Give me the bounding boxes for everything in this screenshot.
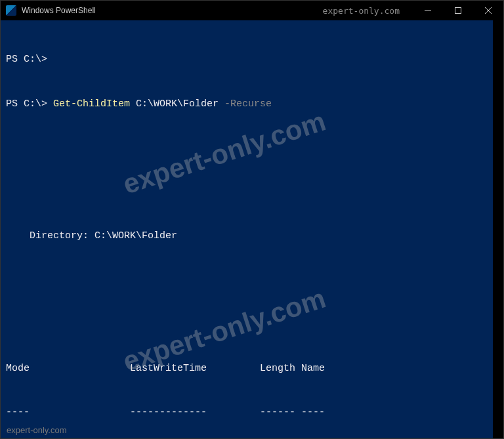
table-header: Mode LastWriteTime Length Name: [6, 362, 488, 377]
close-button[interactable]: [473, 1, 503, 20]
prompt: PS C:\>: [6, 98, 53, 110]
blank-line: [6, 274, 488, 288]
cmd-flag: -Recurse: [224, 98, 272, 110]
svg-rect-1: [455, 8, 461, 14]
powershell-icon: [6, 5, 16, 16]
directory-heading: Directory: C:\WORK\Folder: [6, 229, 488, 244]
titlebar[interactable]: Windows PowerShell expert-only.com: [1, 1, 503, 20]
window-title: Windows PowerShell: [22, 6, 96, 15]
cmd-arg-path: C:\WORK\Folder: [130, 98, 224, 110]
minimize-icon: [425, 7, 431, 14]
blank-line: [6, 318, 488, 332]
titlebar-watermark: expert-only.com: [323, 6, 400, 16]
prompt-line: PS C:\>: [6, 52, 488, 68]
window-controls: [413, 1, 503, 20]
terminal-body[interactable]: PS C:\> PS C:\> Get-ChildItem C:\WORK\Fo…: [1, 20, 503, 438]
minimize-button[interactable]: [413, 1, 443, 20]
blank-line: [6, 141, 488, 156]
cmdlet: Get-ChildItem: [53, 98, 130, 110]
maximize-icon: [455, 7, 461, 14]
table-divider: ---- ------------- ------ ----: [6, 406, 488, 421]
prompt: PS C:\>: [6, 54, 47, 65]
command-line: PS C:\> Get-ChildItem C:\WORK\Folder -Re…: [6, 97, 488, 112]
close-icon: [485, 7, 492, 14]
blank-line: [6, 185, 488, 199]
powershell-window: Windows PowerShell expert-only.com PS C:…: [0, 0, 504, 439]
maximize-button[interactable]: [443, 1, 473, 20]
